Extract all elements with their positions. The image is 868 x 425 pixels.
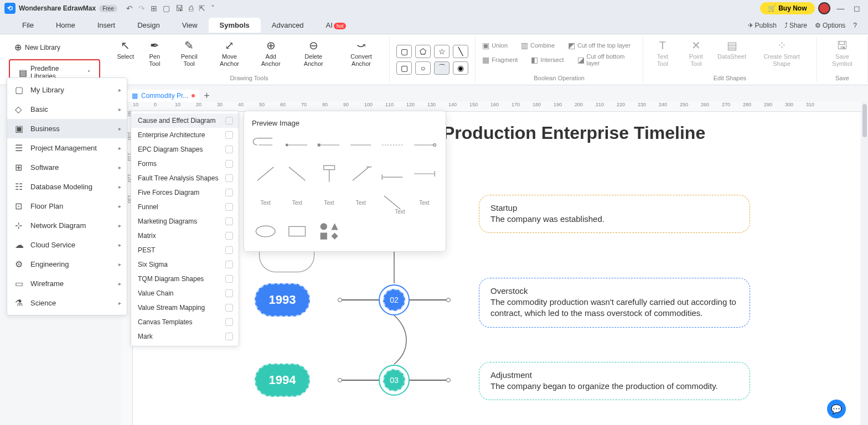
preview-shape[interactable] [379,133,406,157]
preview-shape[interactable]: Text [252,190,279,215]
save-symbol-button[interactable]: 🖫Save Symbol [822,38,863,69]
rect-shape[interactable]: ▢ [396,45,412,58]
lib-network[interactable]: ⊹Network Diagram▸ [7,216,127,235]
combine-button[interactable]: ▥Combine [519,40,557,51]
num-circle-03[interactable]: 03 [383,369,405,391]
preview-shape[interactable] [316,162,343,186]
delete-anchor-tool[interactable]: ⊖Delete Anchor [292,38,335,69]
cut-top-button[interactable]: ◩Cut off the top layer [566,40,633,51]
preview-shape[interactable] [283,162,311,186]
preview-shape[interactable] [379,162,406,186]
convert-anchor-tool[interactable]: ⤻Convert Anchor [338,38,385,69]
smart-shape-button[interactable]: ⁘Create Smart Shape [751,38,812,69]
circle-shape[interactable]: ○ [415,61,431,75]
preview-shape[interactable]: Text [347,190,374,215]
menu-file[interactable]: File [11,18,45,33]
scrollbar-thumb[interactable] [862,104,867,137]
preview-shape[interactable] [347,162,374,186]
open-icon[interactable]: ▢ [163,4,170,13]
shapes-value-chain[interactable]: Value Chain [131,286,239,300]
preview-shape[interactable]: Text [379,190,406,215]
shapes-pest[interactable]: PEST [131,243,239,257]
preview-shape[interactable]: Text [283,190,311,215]
year-pill-1993[interactable]: 1993 [255,283,310,317]
add-anchor-tool[interactable]: ⊕Add Anchor [252,38,290,69]
help-icon[interactable]: ? [853,22,857,29]
print-icon[interactable]: ⎙ [189,4,193,13]
move-anchor-tool[interactable]: ⤢Move Anchor [209,38,250,69]
checkbox[interactable] [225,117,233,125]
checkbox[interactable] [225,174,233,182]
lib-science[interactable]: ⚗Science▸ [7,293,127,313]
new-library-button[interactable]: ⊕New Library [9,39,66,56]
checkbox[interactable] [225,217,233,225]
shapes-five-forces[interactable]: Five Forces Diagram [131,185,239,200]
shapes-fault-tree[interactable]: Fault Tree Analysis Shapes [131,171,239,185]
preview-shape[interactable] [252,133,279,157]
preview-shape[interactable] [252,219,279,243]
undo-icon[interactable]: ↶ [126,4,133,13]
arc-shape[interactable]: ⌒ [434,61,450,75]
lib-engineering[interactable]: ⚙Engineering▸ [7,255,127,274]
menu-ai[interactable]: AIhot [315,18,358,33]
menu-design[interactable]: Design [126,18,170,33]
checkbox[interactable] [225,160,233,168]
shapes-value-stream[interactable]: Value Stream Mapping [131,300,239,315]
point-tool[interactable]: ✕Point Tool [680,38,712,69]
lib-software[interactable]: ⊞Software▸ [7,158,127,177]
preview-shape[interactable] [283,133,311,157]
checkbox[interactable] [225,304,233,312]
info-box-adjustment[interactable]: Adjustment The company began to organize… [479,362,750,400]
menu-insert[interactable]: Insert [86,18,127,33]
menu-view[interactable]: View [171,18,209,33]
menu-advanced[interactable]: Advanced [261,18,315,33]
lib-database[interactable]: ☷Database Modeling▸ [7,177,127,196]
menu-symbols[interactable]: Symbols [209,18,261,33]
new-tab-button[interactable]: + [204,90,210,102]
pentagon-shape[interactable]: ⬠ [415,45,431,58]
document-tab[interactable]: ▦Commodity Pr... [127,90,199,102]
preview-shape[interactable] [411,133,438,157]
preview-shape[interactable] [283,219,311,243]
preview-shape[interactable] [252,162,279,186]
canvas[interactable]: Production Enterprise Timeline Startup T… [133,112,860,425]
select-tool[interactable]: ↖Select [113,38,138,61]
lib-wireframe[interactable]: ▭Wireframe▸ [7,274,127,293]
maximize-icon[interactable]: ◻ [854,4,860,13]
lib-cloud[interactable]: ☁Cloud Service▸ [7,235,127,255]
checkbox[interactable] [225,261,233,268]
checkbox[interactable] [225,289,233,297]
year-pill[interactable] [259,250,314,272]
lib-business[interactable]: ▣Business▸ [7,119,127,138]
checkbox[interactable] [225,189,233,196]
chat-assistant-button[interactable]: 💬 [827,400,846,418]
spiral-shape[interactable]: ◉ [453,61,468,75]
export-icon[interactable]: ⇱ [199,4,205,13]
datasheet-button[interactable]: ▤DataSheet [715,38,750,61]
shapes-six-sigma[interactable]: Six Sigma [131,257,239,272]
checkbox[interactable] [225,318,233,326]
pencil-tool[interactable]: ✎Pencil Tool [172,38,206,69]
text-tool[interactable]: TText Tool [648,38,678,69]
shapes-forms[interactable]: Forms [131,157,239,171]
cut-bottom-button[interactable]: ◪Cut off bottom layer [575,52,638,68]
redo-icon[interactable]: ↷ [138,4,145,13]
preview-shape[interactable] [316,219,343,243]
preview-shape[interactable] [411,162,438,186]
options-button[interactable]: ⚙ Options [815,22,845,29]
vertical-scrollbar[interactable] [861,102,868,425]
buy-now-button[interactable]: 🛒 Buy Now [760,2,814,14]
checkbox[interactable] [225,232,233,240]
shapes-mark[interactable]: Mark [131,329,239,344]
checkbox[interactable] [225,275,233,283]
dropdown-icon[interactable]: ˅ [211,4,215,13]
checkbox[interactable] [225,333,233,340]
fragment-button[interactable]: ▦Fragment [480,52,520,68]
checkbox[interactable] [225,146,233,153]
pen-tool[interactable]: ✒Pen Tool [140,38,169,69]
star-shape[interactable]: ☆ [434,45,450,58]
year-pill-1994[interactable]: 1994 [255,364,310,397]
info-box-overstock[interactable]: Overstock The commodity production wasn'… [479,278,750,328]
shapes-canvas-templates[interactable]: Canvas Templates [131,315,239,329]
info-box-startup[interactable]: Startup The company was established. [479,195,750,233]
